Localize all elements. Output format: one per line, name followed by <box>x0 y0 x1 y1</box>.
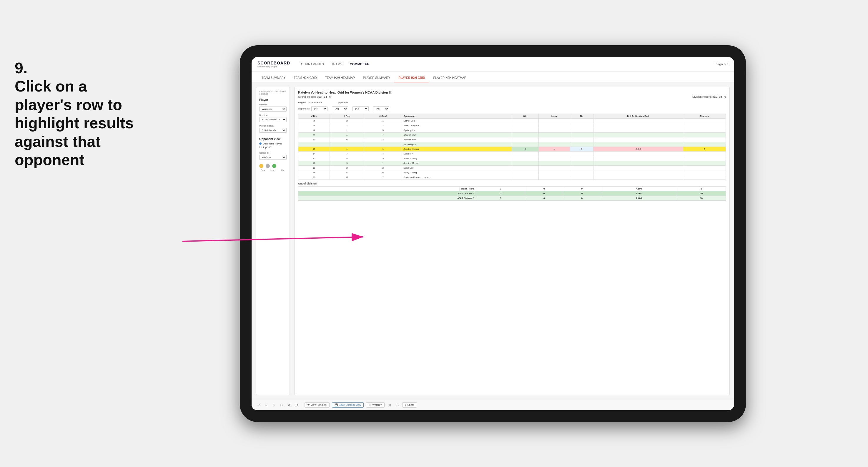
table-cell: 1 <box>364 161 402 165</box>
ood-cell: 2 <box>677 186 726 191</box>
table-cell <box>683 165 725 170</box>
gender-dropdown[interactable]: Women's <box>259 106 287 112</box>
table-cell: 6 <box>364 170 402 175</box>
view-original-btn[interactable]: 👁 View: Original <box>305 402 330 408</box>
table-row[interactable]: 1691Jessica Mason <box>298 161 726 165</box>
colour-dot-green <box>272 164 276 168</box>
table-row[interactable]: 20117Federica Domecq Lacroze <box>298 175 726 180</box>
table-cell: 16 <box>298 161 330 165</box>
colour-dot-gray <box>266 164 270 168</box>
ood-cell: 0 <box>525 196 563 200</box>
filters-row: Region Conference Opponent <box>298 101 726 104</box>
forward-icon[interactable]: ⤳ <box>271 402 277 408</box>
redo-icon[interactable]: ↻ <box>264 402 269 408</box>
sign-out[interactable]: | Sign out <box>715 62 728 66</box>
table-cell <box>593 156 683 161</box>
copy-icon[interactable]: ⊕ <box>287 402 292 408</box>
table-cell <box>330 142 364 147</box>
tab-team-summary[interactable]: TEAM SUMMARY <box>257 74 290 83</box>
toolbar-divider-1 <box>302 402 302 408</box>
table-cell: 9 <box>298 132 330 137</box>
table-cell: 20 <box>298 175 330 180</box>
col-div: # Div <box>298 114 330 118</box>
col-opponent: Opponent <box>402 114 512 118</box>
nav-committee[interactable]: COMMITTEE <box>350 61 369 67</box>
division-dropdown[interactable]: NCAA Division III <box>259 117 287 122</box>
table-row[interactable]: 1063Andrea York <box>298 137 726 142</box>
radio-dot-selected <box>259 143 261 145</box>
table-cell <box>593 161 683 165</box>
tab-player-h2h-heatmap[interactable]: PLAYER H2H HEATMAP <box>429 74 470 83</box>
table-cell: Eunice Yi <box>402 151 512 156</box>
table-cell: 3 <box>364 137 402 142</box>
share-btn[interactable]: ⤴ Share <box>402 402 417 408</box>
table-row[interactable]: 321Esther Lee <box>298 118 726 123</box>
table-cell <box>683 156 725 161</box>
tab-team-h2h-heatmap[interactable]: TEAM H2H HEATMAP <box>321 74 359 83</box>
out-of-division-row[interactable]: Foreign Team1004.5002 <box>298 186 726 191</box>
table-cell: Jessica Mason <box>402 161 512 165</box>
table-cell: Sydney Kuo <box>402 128 512 132</box>
filter-region-dropdown[interactable]: (All) <box>332 106 348 111</box>
player-rank-label: Player (Rank) <box>259 124 287 127</box>
filter-opponents-dropdown[interactable]: (All) <box>311 106 328 111</box>
table-cell <box>593 151 683 156</box>
scissors-icon[interactable]: ✂ <box>279 402 284 408</box>
ood-cell: 0 <box>525 191 563 196</box>
grid-icon[interactable]: ⊞ <box>387 402 392 408</box>
table-row[interactable]: 1585Stella Cheng <box>298 156 726 161</box>
logo-area: SCOREBOARD Powered by clippd <box>257 61 290 68</box>
tab-player-summary[interactable]: PLAYER SUMMARY <box>359 74 394 83</box>
table-row[interactable]: 1822Euna Lee <box>298 165 726 170</box>
nav-links: TOURNAMENTS TEAMS COMMITTEE <box>299 61 369 67</box>
save-custom-view-btn[interactable]: 💾 Save Custom View <box>332 402 364 408</box>
watch-btn[interactable]: 👁 Watch ▾ <box>366 402 384 408</box>
division-label: Division <box>259 114 287 117</box>
annotation-text: 9. Click on a player's row to highlight … <box>15 59 191 169</box>
tab-player-h2h-grid[interactable]: PLAYER H2H GRID <box>394 74 429 83</box>
colour-by-dropdown[interactable]: Win/loss <box>259 155 287 160</box>
table-row[interactable]: 1311Jessica Huang010-3.002 <box>298 147 726 151</box>
table-row[interactable]: 522Alexis Sudjianto <box>298 123 726 128</box>
share-icon: ⤴ <box>405 403 406 406</box>
col-win: Win <box>512 114 538 118</box>
undo-icon[interactable]: ↩ <box>256 402 261 408</box>
player-rank-dropdown[interactable]: 8. Katelyn Vo <box>259 128 287 133</box>
table-cell <box>683 151 725 156</box>
col-conf: # Conf <box>364 114 402 118</box>
ood-cell: 0 <box>563 196 601 200</box>
table-cell: Federica Domecq Lacroze <box>402 175 512 180</box>
table-row[interactable]: 1474Eunice Yi <box>298 151 726 156</box>
table-row[interactable]: 914Sharon Mun <box>298 132 726 137</box>
table-row[interactable]: Heejo Hyun <box>298 142 726 147</box>
table-cell: 6 <box>298 128 330 132</box>
nav-teams[interactable]: TEAMS <box>331 61 342 67</box>
subnav: TEAM SUMMARY TEAM H2H GRID TEAM H2H HEAT… <box>252 72 734 83</box>
ood-cell: NAIA Division 1 <box>298 191 476 196</box>
table-cell: 14 <box>298 151 330 156</box>
table-cell <box>570 118 593 123</box>
table-cell: 2 <box>330 165 364 170</box>
table-row[interactable]: 613Sydney Kuo <box>298 128 726 132</box>
table-cell <box>570 132 593 137</box>
table-cell: 2 <box>330 123 364 128</box>
table-row[interactable]: 19106Emily Chang <box>298 170 726 175</box>
radio-top100[interactable]: Top 100 <box>259 146 287 149</box>
table-cell <box>593 170 683 175</box>
table-cell <box>683 161 725 165</box>
table-cell <box>683 137 725 142</box>
clock-icon[interactable]: ⏱ <box>294 402 300 408</box>
out-of-division-row[interactable]: NAIA Division 115009.26730 <box>298 191 726 196</box>
table-cell <box>539 132 570 137</box>
fullscreen-icon[interactable]: ⛶ <box>395 402 400 408</box>
ood-cell: 4.500 <box>601 186 677 191</box>
radio-opponents-played[interactable]: Opponents Played <box>259 143 287 145</box>
annotation-area: 9. Click on a player's row to highlight … <box>15 59 191 175</box>
table-cell <box>683 118 725 123</box>
navbar: SCOREBOARD Powered by clippd TOURNAMENTS… <box>252 57 734 72</box>
filter-conference-dropdown[interactable]: (All) <box>352 106 369 111</box>
filter-opponent-dropdown[interactable]: (All) <box>373 106 389 111</box>
tab-team-h2h-grid[interactable]: TEAM H2H GRID <box>290 74 321 83</box>
out-of-division-row[interactable]: NCAA Division 25007.40010 <box>298 196 726 200</box>
nav-tournaments[interactable]: TOURNAMENTS <box>299 61 324 67</box>
